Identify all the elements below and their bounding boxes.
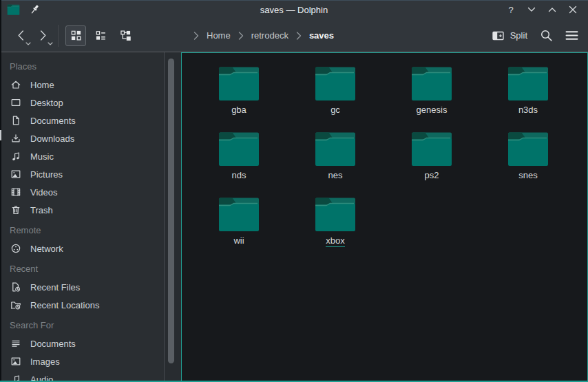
tree-view-icon xyxy=(120,30,132,41)
film-icon xyxy=(10,187,21,198)
folder-label: snes xyxy=(518,170,537,180)
search-icon[interactable] xyxy=(540,29,553,42)
help-button[interactable]: ? xyxy=(503,2,519,17)
sidebar-scrollbar-track[interactable] xyxy=(165,52,181,382)
image-icon xyxy=(10,169,21,180)
sidebar-item-label: Audio xyxy=(30,374,53,382)
chevron-right-icon xyxy=(38,29,48,42)
sidebar-item-recent-files[interactable]: Recent Files xyxy=(0,278,164,296)
sidebar-scrollbar-handle[interactable] xyxy=(168,59,174,363)
teal-folder-icon xyxy=(411,131,452,167)
sidebar-item-recent-locations[interactable]: Recent Locations xyxy=(0,296,164,314)
teal-folder-icon xyxy=(315,196,356,232)
sidebar-item-search-documents[interactable]: Documents xyxy=(0,335,164,352)
sidebar-item-search-images[interactable]: Images xyxy=(0,352,164,370)
folder-label: gc xyxy=(330,105,340,115)
compact-view-button[interactable] xyxy=(90,25,111,46)
close-icon xyxy=(569,6,577,14)
titlebar[interactable]: saves — Dolphin ? xyxy=(0,0,588,19)
folder-item-n3ds[interactable]: n3ds xyxy=(480,59,576,125)
folder-item-nes[interactable]: nes xyxy=(287,125,384,190)
chevron-right-icon[interactable] xyxy=(193,32,199,40)
folder-item-xbox[interactable]: xbox xyxy=(287,190,384,255)
sidebar-item-label: Videos xyxy=(30,187,58,198)
home-icon xyxy=(10,79,21,90)
sidebar-item-label: Documents xyxy=(30,116,76,126)
split-view-icon xyxy=(492,30,505,41)
breadcrumb-retrodeck[interactable]: retrodeck xyxy=(251,30,288,41)
sidebar-item-downloads[interactable]: Downloads xyxy=(0,129,164,147)
folder-label: nes xyxy=(328,170,343,180)
recent-folder-clock-icon xyxy=(10,299,21,310)
sidebar-item-label: Home xyxy=(30,80,54,90)
caret-down-icon xyxy=(25,42,31,45)
dolphin-window: saves — Dolphin ? Home retrodeck saves xyxy=(0,0,588,382)
places-panel: Places Home Desktop Documents Downloads … xyxy=(0,52,181,382)
chevron-up-icon xyxy=(548,7,556,12)
breadcrumb: Home retrodeck saves xyxy=(193,30,334,41)
teal-folder-icon xyxy=(315,65,356,101)
folder-view[interactable]: gba gc genesis n3ds nds nes ps2 snes wii… xyxy=(181,52,588,382)
sidebar-item-network[interactable]: Network xyxy=(0,240,164,257)
trash-icon xyxy=(10,204,21,215)
folder-label: wii xyxy=(233,235,244,246)
sidebar-item-trash[interactable]: Trash xyxy=(0,201,164,219)
section-header-places: Places xyxy=(0,58,164,76)
sidebar-item-search-audio[interactable]: Audio xyxy=(0,370,164,382)
icons-view-icon xyxy=(70,30,82,41)
folder-item-snes[interactable]: snes xyxy=(480,125,576,190)
recent-file-clock-icon xyxy=(10,282,21,293)
sidebar-item-pictures[interactable]: Pictures xyxy=(0,165,164,183)
icons-view-button[interactable] xyxy=(65,25,86,46)
breadcrumb-home[interactable]: Home xyxy=(207,30,231,41)
split-button[interactable]: Split xyxy=(492,30,527,41)
folder-label: xbox xyxy=(326,235,344,247)
sidebar-item-label: Documents xyxy=(30,339,76,349)
breadcrumb-saves[interactable]: saves xyxy=(309,30,334,41)
folder-label: nds xyxy=(232,170,246,180)
folder-item-wii[interactable]: wii xyxy=(191,190,287,255)
download-icon xyxy=(10,133,21,144)
sidebar-item-music[interactable]: Music xyxy=(0,147,164,165)
pin-icon[interactable] xyxy=(30,4,41,15)
folder-item-genesis[interactable]: genesis xyxy=(384,59,480,125)
window-title: saves — Dolphin xyxy=(0,5,588,15)
dolphin-app-icon xyxy=(7,4,20,15)
sidebar-item-home[interactable]: Home xyxy=(0,76,164,94)
sidebar-item-label: Music xyxy=(30,151,54,162)
folder-item-gc[interactable]: gc xyxy=(287,59,384,125)
folder-item-nds[interactable]: nds xyxy=(191,125,287,190)
teal-folder-icon xyxy=(218,131,260,167)
tree-view-button[interactable] xyxy=(115,25,136,46)
chevron-right-icon[interactable] xyxy=(238,32,244,40)
sidebar-item-videos[interactable]: Videos xyxy=(0,183,164,201)
sidebar-item-label: Recent Locations xyxy=(30,300,99,310)
hamburger-menu-icon[interactable] xyxy=(565,30,578,41)
compact-view-icon xyxy=(95,30,107,41)
section-header-search-for: Search For xyxy=(0,317,164,335)
maximize-button[interactable] xyxy=(544,2,560,17)
teal-folder-icon xyxy=(411,65,452,101)
image-icon xyxy=(10,356,21,367)
chevron-down-icon xyxy=(527,7,536,12)
sidebar-item-label: Trash xyxy=(30,205,53,215)
folder-label: ps2 xyxy=(425,170,439,180)
sidebar-item-label: Recent Files xyxy=(30,282,80,293)
toolbar-separator xyxy=(58,25,59,47)
section-header-recent: Recent xyxy=(0,260,164,278)
back-button[interactable] xyxy=(10,25,32,47)
text-lines-icon xyxy=(10,338,21,349)
network-globe-icon xyxy=(10,243,21,254)
folder-item-ps2[interactable]: ps2 xyxy=(384,125,480,190)
folder-item-gba[interactable]: gba xyxy=(191,59,287,125)
forward-button[interactable] xyxy=(32,25,54,47)
teal-folder-icon xyxy=(507,65,549,101)
minimize-button[interactable] xyxy=(523,2,540,17)
chevron-right-icon[interactable] xyxy=(296,32,302,40)
sidebar-item-documents[interactable]: Documents xyxy=(0,112,164,129)
close-button[interactable] xyxy=(565,2,581,17)
sidebar-item-label: Pictures xyxy=(30,169,63,180)
sidebar-item-desktop[interactable]: Desktop xyxy=(0,94,164,112)
teal-folder-icon xyxy=(315,131,356,167)
teal-folder-icon xyxy=(218,196,260,232)
